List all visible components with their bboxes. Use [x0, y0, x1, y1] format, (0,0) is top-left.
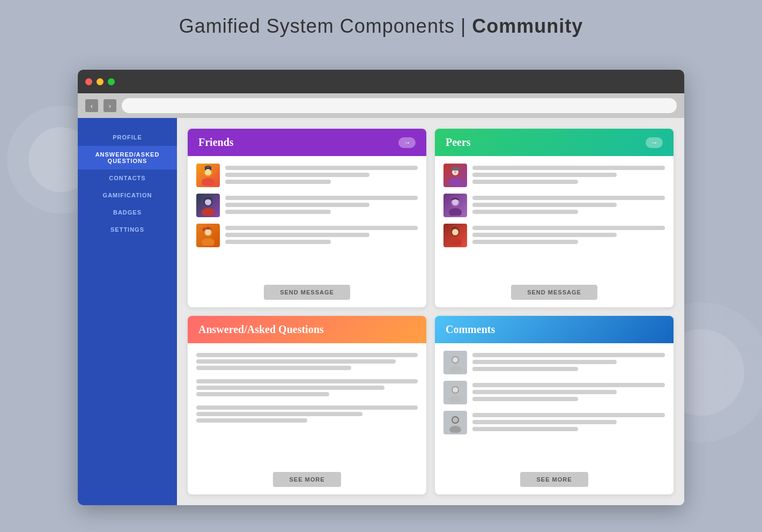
questions-see-more-button[interactable]: SEE MorE: [273, 472, 341, 487]
sidebar-item-badges[interactable]: BADGES: [78, 204, 177, 221]
text-line: [225, 210, 331, 214]
page-title: Gamified System Components | Community: [0, 15, 762, 38]
q-line: [196, 366, 351, 370]
main-area: PROFILE ANSWERED/ASKED QUESTIONS CONTACT…: [78, 118, 684, 505]
q-line: [196, 418, 307, 423]
q-group-1: [196, 353, 418, 370]
comments-card-body: [435, 343, 674, 467]
peer-2-lines: [472, 194, 665, 214]
q-group-2: [196, 379, 418, 396]
question-lines: [196, 351, 418, 430]
text-line: [472, 427, 578, 431]
svg-point-3: [205, 169, 211, 175]
text-line: [472, 233, 617, 237]
text-line: [225, 226, 418, 230]
svg-point-18: [449, 238, 462, 246]
q-line: [196, 353, 418, 357]
text-line: [225, 203, 369, 207]
page-title-area: Gamified System Components | Community: [0, 15, 762, 38]
comment-avatar-3: [443, 411, 467, 434]
comment-item-1: [443, 351, 665, 374]
friend-avatar-1: [196, 164, 220, 187]
peers-send-button[interactable]: SEND MESSAGE: [511, 285, 597, 300]
peers-title: Peers: [446, 136, 471, 149]
svg-point-9: [205, 229, 211, 235]
peers-card-header: Peers →: [435, 129, 674, 156]
peer-item-2: [443, 194, 665, 217]
svg-point-29: [453, 417, 458, 423]
text-line: [472, 413, 665, 417]
sidebar-item-profile[interactable]: PROFILE: [78, 129, 177, 146]
friend-item-1: [196, 164, 418, 187]
sidebar-item-questions[interactable]: ANSWERED/ASKED QUESTIONS: [78, 146, 177, 169]
comment-3-lines: [472, 411, 665, 431]
comment-avatar-1: [443, 351, 467, 374]
peer-item-1: [443, 164, 665, 187]
svg-point-23: [453, 357, 458, 363]
svg-point-7: [202, 238, 214, 246]
forward-button[interactable]: ›: [103, 99, 116, 112]
friend-item-2: [196, 194, 418, 217]
address-bar-row: ‹ ›: [78, 93, 684, 118]
back-button[interactable]: ‹: [85, 99, 98, 112]
sidebar: PROFILE ANSWERED/ASKED QUESTIONS CONTACT…: [78, 118, 177, 505]
svg-point-1: [202, 178, 214, 186]
svg-point-20: [452, 229, 458, 235]
q-line: [196, 412, 362, 416]
text-line: [472, 360, 617, 364]
q-line: [196, 359, 396, 364]
text-line: [472, 226, 665, 230]
comment-avatar-2: [443, 381, 467, 404]
q-line: [196, 379, 418, 383]
text-line: [472, 353, 665, 357]
friends-card: Friends →: [188, 129, 426, 307]
svg-point-22: [449, 366, 461, 373]
traffic-light-red[interactable]: [85, 78, 92, 85]
questions-card: Answered/Asked Questions: [188, 316, 426, 494]
comment-2-lines: [472, 381, 665, 401]
q-group-3: [196, 405, 418, 423]
q-line: [196, 392, 329, 396]
svg-point-10: [449, 178, 462, 186]
friends-send-button[interactable]: SEND MESSAGE: [264, 285, 350, 300]
text-line: [472, 397, 578, 401]
peer-3-lines: [472, 224, 665, 244]
comments-card-footer: SEE MORE: [435, 467, 674, 494]
q-line: [196, 386, 384, 390]
peer-avatar-3: [443, 224, 467, 247]
comments-see-more-button[interactable]: SEE MORE: [520, 472, 588, 487]
comments-card: Comments: [435, 316, 674, 494]
peer-avatar-2: [443, 194, 467, 217]
traffic-light-yellow[interactable]: [97, 78, 103, 85]
peers-card-body: [435, 156, 674, 279]
text-line: [225, 166, 418, 170]
svg-point-25: [449, 396, 461, 403]
comment-item-3: [443, 411, 665, 434]
text-line: [225, 233, 369, 237]
browser-window: ‹ › PROFILE ANSWERED/ASKED QUESTIONS CON…: [78, 70, 684, 505]
sidebar-item-contacts[interactable]: CONTACTS: [78, 169, 177, 187]
friends-title: Friends: [198, 136, 234, 149]
comment-item-2: [443, 381, 665, 404]
title-bar: [78, 70, 684, 93]
svg-point-15: [449, 208, 462, 216]
peers-card: Peers →: [435, 129, 674, 307]
text-line: [472, 210, 578, 214]
svg-point-14: [454, 171, 456, 173]
text-line: [472, 203, 617, 207]
svg-rect-13: [452, 167, 459, 171]
text-line: [472, 390, 617, 394]
questions-title: Answered/Asked Questions: [198, 323, 324, 336]
address-input[interactable]: [122, 98, 677, 113]
text-line: [472, 196, 665, 200]
peers-card-footer: SEND MESSAGE: [435, 279, 674, 307]
text-line: [472, 180, 578, 184]
text-line: [472, 240, 578, 244]
sidebar-item-gamification[interactable]: GAMIFICATION: [78, 187, 177, 204]
peers-arrow-icon[interactable]: →: [646, 137, 663, 148]
traffic-light-green[interactable]: [108, 78, 115, 85]
q-line: [196, 405, 418, 410]
friends-arrow-icon[interactable]: →: [398, 137, 416, 148]
comments-title: Comments: [446, 323, 495, 336]
sidebar-item-settings[interactable]: SETTINGS: [78, 221, 177, 238]
